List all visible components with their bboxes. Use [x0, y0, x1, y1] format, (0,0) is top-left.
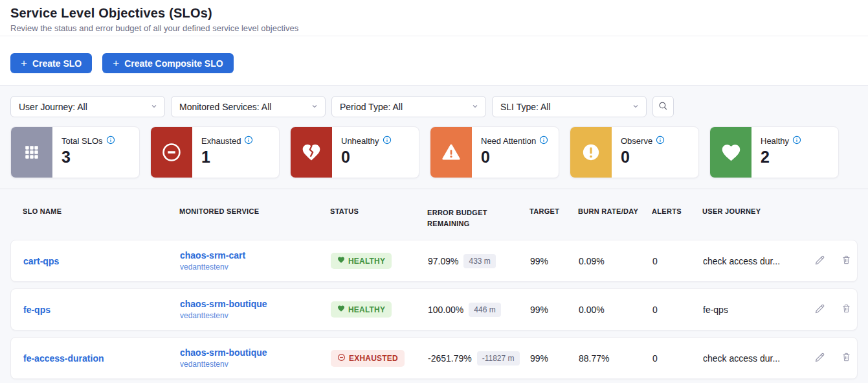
- info-icon[interactable]: [792, 135, 801, 146]
- create-slo-label: Create SLO: [32, 58, 82, 69]
- create-composite-slo-label: Create Composite SLO: [124, 58, 223, 69]
- environment-link[interactable]: vedanttestenv: [180, 360, 331, 369]
- user-journey-filter[interactable]: User Journey: All: [10, 96, 165, 117]
- create-composite-slo-button[interactable]: + Create Composite SLO: [102, 53, 233, 73]
- delete-button[interactable]: [841, 254, 852, 268]
- edit-button[interactable]: [814, 351, 826, 366]
- stat-card-exhausted[interactable]: Exhausted 1: [150, 126, 280, 178]
- slo-table: cart-qps chaos-srm-cart vedanttestenv HE…: [10, 240, 858, 379]
- stat-label: Exhausted: [201, 136, 241, 146]
- stat-value: 3: [61, 148, 115, 167]
- monitored-services-filter-value: Monitored Services: All: [179, 102, 271, 112]
- status-label: EXHAUSTED: [349, 354, 398, 363]
- stat-value: 2: [761, 148, 801, 167]
- monitored-service-link[interactable]: chaos-srm-boutique: [180, 347, 331, 358]
- stat-value: 1: [201, 148, 253, 167]
- info-icon[interactable]: [244, 135, 253, 146]
- environment-link[interactable]: vedanttestenv: [180, 311, 331, 320]
- stat-value: 0: [481, 148, 548, 167]
- error-budget-percent: 100.00%: [428, 305, 463, 315]
- summary-cards: Total SLOs 3 Exhausted 1 Unhealt: [0, 117, 868, 189]
- alerts-count: 0: [652, 256, 703, 266]
- error-budget-percent: -2651.79%: [428, 353, 472, 364]
- filters-and-summary-section: User Journey: All Monitored Services: Al…: [0, 86, 868, 189]
- column-header-error-budget-remaining: Error Budget Remaining: [427, 207, 529, 229]
- stat-card-unhealthy[interactable]: Unhealthy 0: [290, 126, 419, 178]
- info-icon[interactable]: [106, 135, 115, 146]
- error-budget-minutes-chip: -11827 m: [477, 351, 520, 366]
- status-label: HEALTHY: [348, 257, 385, 266]
- exclamation-circle-icon: [570, 127, 612, 178]
- alerts-count: 0: [652, 353, 703, 364]
- environment-link[interactable]: vedanttestenv: [180, 262, 331, 272]
- chevron-down-icon: [311, 102, 318, 112]
- status-badge: HEALTHY: [331, 253, 392, 269]
- slo-name-link[interactable]: cart-qps: [23, 256, 59, 266]
- table-row[interactable]: fe-access-duration chaos-srm-boutique ve…: [10, 337, 858, 379]
- minus-circle-icon: [151, 127, 192, 178]
- pencil-icon: [814, 351, 826, 366]
- create-slo-button[interactable]: + Create SLO: [10, 53, 92, 73]
- stat-label: Observe: [621, 136, 652, 146]
- status-badge: EXHAUSTED: [331, 350, 405, 367]
- slo-name-link[interactable]: fe-qps: [23, 305, 50, 315]
- heart-icon: [710, 127, 751, 178]
- delete-button[interactable]: [841, 303, 852, 316]
- burn-rate-value: 0.09%: [579, 256, 652, 266]
- delete-button[interactable]: [841, 351, 852, 365]
- status-label: HEALTHY: [348, 305, 385, 314]
- burn-rate-value: 88.77%: [579, 353, 652, 364]
- stat-card-need-attention[interactable]: Need Attention 0: [430, 126, 559, 178]
- stat-label: Healthy: [761, 136, 789, 146]
- stat-card-total-slos[interactable]: Total SLOs 3: [10, 126, 140, 178]
- plus-icon: +: [113, 58, 119, 69]
- pencil-icon: [814, 254, 826, 268]
- info-icon[interactable]: [656, 135, 665, 146]
- search-button[interactable]: [652, 96, 674, 117]
- error-budget-percent: 97.09%: [428, 256, 458, 266]
- page-title: Service Level Objectives (SLOs): [10, 6, 858, 21]
- monitored-service-link[interactable]: chaos-srm-boutique: [180, 299, 331, 309]
- sli-type-filter[interactable]: SLI Type: All: [492, 96, 647, 117]
- trash-icon: [841, 351, 852, 365]
- broken-heart-icon: [291, 127, 332, 178]
- pencil-icon: [814, 303, 826, 317]
- chevron-down-icon: [471, 102, 479, 112]
- table-header: SLO Name Monitored Service Status Error …: [10, 189, 858, 240]
- stat-card-healthy[interactable]: Healthy 2: [709, 126, 839, 178]
- target-value: 99%: [530, 305, 579, 315]
- chevron-down-icon: [150, 102, 158, 112]
- burn-rate-value: 0.00%: [579, 305, 652, 315]
- stat-card-observe[interactable]: Observe 0: [570, 126, 699, 178]
- column-header-user-journey: User Journey: [702, 207, 813, 215]
- heart-icon: [337, 305, 345, 314]
- target-value: 99%: [530, 256, 579, 266]
- warning-triangle-icon: [430, 127, 472, 178]
- info-icon[interactable]: [539, 135, 548, 146]
- slo-name-link[interactable]: fe-access-duration: [23, 353, 104, 364]
- error-budget-minutes-chip: 433 m: [463, 254, 495, 268]
- column-header-alerts: Alerts: [652, 207, 702, 215]
- user-journey-value: check access dur...: [703, 256, 814, 266]
- edit-button[interactable]: [814, 303, 826, 317]
- page-subtitle: Review the status and error budget of al…: [10, 23, 858, 33]
- trash-icon: [841, 254, 852, 268]
- monitored-service-link[interactable]: chaos-srm-cart: [180, 250, 331, 261]
- period-type-filter-value: Period Type: All: [340, 102, 403, 112]
- column-header-slo-name: SLO Name: [23, 207, 179, 215]
- minus-circle-icon: [337, 353, 346, 364]
- column-header-burn-rate: Burn Rate/Day: [578, 207, 652, 215]
- chevron-down-icon: [632, 102, 640, 112]
- sli-type-filter-value: SLI Type: All: [500, 102, 551, 112]
- monitored-services-filter[interactable]: Monitored Services: All: [171, 96, 326, 117]
- stat-label: Need Attention: [481, 136, 536, 146]
- table-row[interactable]: cart-qps chaos-srm-cart vedanttestenv HE…: [10, 240, 858, 282]
- stat-label: Total SLOs: [61, 136, 103, 146]
- info-icon[interactable]: [383, 135, 392, 146]
- table-row[interactable]: fe-qps chaos-srm-boutique vedanttestenv …: [10, 288, 858, 331]
- edit-button[interactable]: [814, 254, 826, 268]
- user-journey-value: check access dur...: [703, 353, 814, 364]
- column-header-target: Target: [529, 207, 578, 215]
- user-journey-filter-value: User Journey: All: [19, 102, 87, 112]
- period-type-filter[interactable]: Period Type: All: [331, 96, 486, 117]
